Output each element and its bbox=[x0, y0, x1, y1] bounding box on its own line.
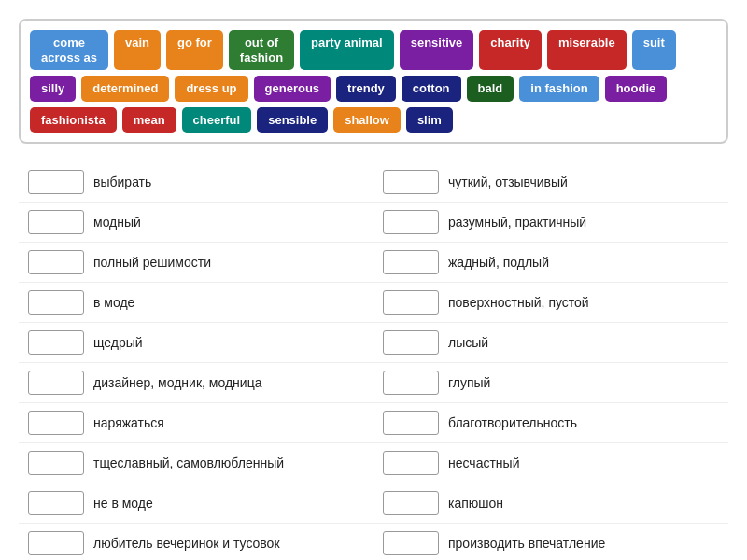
tag-15[interactable]: bald bbox=[467, 76, 514, 102]
tag-9[interactable]: silly bbox=[30, 76, 76, 102]
right-answer-box-6[interactable] bbox=[383, 411, 439, 435]
right-matching-row: чуткий, отзывчивый bbox=[374, 162, 728, 203]
right-answer-box-1[interactable] bbox=[383, 210, 439, 234]
right-answer-box-9[interactable] bbox=[383, 531, 439, 555]
left-text-2: полный решимости bbox=[93, 255, 211, 270]
left-text-8: не в моде bbox=[93, 496, 153, 511]
left-matching-row: не в моде bbox=[19, 483, 373, 524]
tag-10[interactable]: determined bbox=[81, 76, 169, 102]
left-matching-row: дизайнер, модник, модница bbox=[19, 363, 373, 403]
right-matching-row: жадный, подлый bbox=[374, 243, 728, 283]
tag-2[interactable]: go for bbox=[166, 30, 223, 70]
right-matching-row: глупый bbox=[374, 363, 728, 403]
tag-13[interactable]: trendy bbox=[336, 76, 396, 102]
right-text-4: лысый bbox=[448, 335, 488, 350]
left-matching-row: полный решимости bbox=[19, 243, 373, 283]
left-matching-row: любитель вечеринок и тусовок bbox=[19, 524, 373, 560]
left-text-4: щедрый bbox=[93, 335, 143, 350]
tag-5[interactable]: sensitive bbox=[400, 30, 474, 70]
left-answer-box-1[interactable] bbox=[28, 210, 84, 234]
right-text-7: несчастный bbox=[448, 455, 519, 470]
right-text-6: благотворительность bbox=[448, 415, 577, 430]
tag-3[interactable]: out of fashion bbox=[229, 30, 294, 70]
right-matching-row: разумный, практичный bbox=[374, 203, 728, 243]
left-text-6: наряжаться bbox=[93, 415, 164, 430]
left-matching-row: тщеславный, самовлюбленный bbox=[19, 443, 373, 483]
tag-8[interactable]: suit bbox=[632, 30, 676, 70]
tag-1[interactable]: vain bbox=[114, 30, 161, 70]
left-text-3: в моде bbox=[93, 295, 134, 310]
right-text-9: производить впечатление bbox=[448, 536, 605, 551]
left-text-1: модный bbox=[93, 215, 141, 230]
left-text-0: выбирать bbox=[93, 175, 151, 189]
tag-19[interactable]: mean bbox=[122, 107, 176, 133]
right-matching-row: капюшон bbox=[374, 483, 728, 524]
left-text-7: тщеславный, самовлюбленный bbox=[93, 455, 284, 470]
tag-17[interactable]: hoodie bbox=[605, 76, 668, 102]
left-answer-box-9[interactable] bbox=[28, 531, 84, 555]
left-answer-box-3[interactable] bbox=[28, 290, 84, 315]
tag-7[interactable]: miserable bbox=[547, 30, 627, 70]
tag-12[interactable]: generous bbox=[254, 76, 331, 102]
tag-18[interactable]: fashionista bbox=[30, 107, 117, 133]
right-column: чуткий, отзывчивыйразумный, практичныйжа… bbox=[374, 162, 728, 560]
left-answer-box-2[interactable] bbox=[28, 250, 84, 274]
left-matching-row: модный bbox=[19, 203, 373, 243]
right-text-8: капюшон bbox=[448, 496, 503, 511]
left-answer-box-5[interactable] bbox=[28, 371, 84, 395]
right-matching-row: несчастный bbox=[374, 443, 728, 483]
right-text-2: жадный, подлый bbox=[448, 255, 549, 270]
tag-4[interactable]: party animal bbox=[300, 30, 394, 70]
left-matching-row: щедрый bbox=[19, 323, 373, 363]
left-matching-row: выбирать bbox=[19, 162, 373, 203]
right-text-1: разумный, практичный bbox=[448, 215, 586, 230]
tag-22[interactable]: shallow bbox=[333, 107, 401, 133]
right-text-5: глупый bbox=[448, 375, 490, 390]
right-text-0: чуткий, отзывчивый bbox=[448, 175, 568, 189]
left-answer-box-7[interactable] bbox=[28, 451, 84, 475]
matching-section: выбиратьмодныйполный решимостив модещедр… bbox=[19, 162, 728, 560]
tag-14[interactable]: cotton bbox=[402, 76, 461, 102]
right-matching-row: производить впечатление bbox=[374, 524, 728, 560]
left-answer-box-6[interactable] bbox=[28, 411, 84, 435]
tag-20[interactable]: cheerful bbox=[182, 107, 252, 133]
right-text-3: поверхностный, пустой bbox=[448, 295, 589, 310]
tag-0[interactable]: come across as bbox=[30, 30, 108, 70]
right-answer-box-5[interactable] bbox=[383, 371, 439, 395]
tags-container: come across asvaingo forout of fashionpa… bbox=[19, 19, 728, 144]
tag-11[interactable]: dress up bbox=[175, 76, 247, 102]
right-answer-box-7[interactable] bbox=[383, 451, 439, 475]
right-answer-box-3[interactable] bbox=[383, 290, 439, 315]
right-answer-box-8[interactable] bbox=[383, 491, 439, 515]
left-answer-box-0[interactable] bbox=[28, 170, 84, 194]
left-column: выбиратьмодныйполный решимостив модещедр… bbox=[19, 162, 374, 560]
tag-16[interactable]: in fashion bbox=[519, 76, 599, 102]
left-matching-row: наряжаться bbox=[19, 403, 373, 443]
tag-23[interactable]: slim bbox=[406, 107, 453, 133]
tag-6[interactable]: charity bbox=[479, 30, 542, 70]
right-answer-box-4[interactable] bbox=[383, 330, 439, 355]
right-answer-box-0[interactable] bbox=[383, 170, 439, 194]
left-answer-box-8[interactable] bbox=[28, 491, 84, 515]
right-matching-row: поверхностный, пустой bbox=[374, 283, 728, 323]
left-answer-box-4[interactable] bbox=[28, 330, 84, 355]
left-matching-row: в моде bbox=[19, 283, 373, 323]
tag-21[interactable]: sensible bbox=[257, 107, 328, 133]
left-text-5: дизайнер, модник, модница bbox=[93, 375, 261, 390]
left-text-9: любитель вечеринок и тусовок bbox=[93, 536, 280, 551]
right-answer-box-2[interactable] bbox=[383, 250, 439, 274]
right-matching-row: лысый bbox=[374, 323, 728, 363]
right-matching-row: благотворительность bbox=[374, 403, 728, 443]
